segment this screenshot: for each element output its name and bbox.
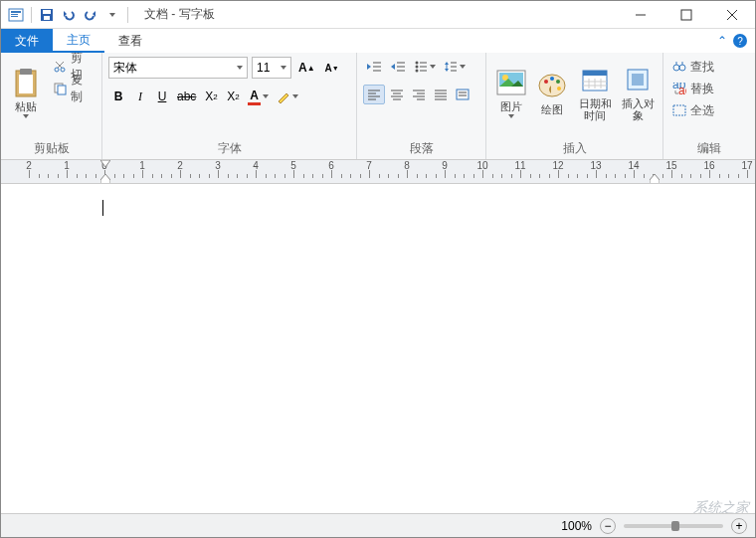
copy-label: 复制: [71, 72, 93, 105]
svg-text:ac: ac: [678, 84, 686, 94]
left-indent-marker[interactable]: [100, 174, 110, 184]
app-icon[interactable]: [7, 6, 25, 24]
first-line-indent-marker[interactable]: [100, 160, 110, 168]
help-button[interactable]: ?: [733, 34, 747, 48]
scissors-icon: [53, 60, 67, 74]
window-controls: [618, 1, 755, 29]
svg-point-59: [544, 80, 548, 84]
zoom-slider[interactable]: [624, 524, 723, 528]
align-left-button[interactable]: [363, 85, 385, 104]
undo-button[interactable]: [60, 6, 78, 24]
svg-rect-19: [58, 86, 66, 94]
justify-button[interactable]: [431, 85, 451, 104]
text-cursor: [102, 200, 103, 216]
separator: [127, 7, 128, 23]
font-size-value: 11: [257, 61, 270, 75]
chevron-down-icon: [237, 66, 243, 70]
paint-drawing-button[interactable]: 绘图: [533, 57, 570, 128]
select-all-button[interactable]: 全选: [669, 100, 717, 120]
object-icon: [622, 64, 654, 95]
group-label-paragraph: 段落: [363, 136, 479, 159]
datetime-button[interactable]: 日期和时间: [575, 57, 616, 128]
underline-button[interactable]: U: [152, 87, 172, 106]
svg-rect-2: [11, 14, 18, 15]
bold-button[interactable]: B: [108, 87, 128, 106]
calendar-icon: [579, 64, 611, 95]
svg-point-60: [550, 77, 554, 81]
ribbon-tabs: 文件 主页 查看 ⌃ ?: [1, 29, 755, 53]
paragraph-dialog-button[interactable]: [453, 85, 472, 104]
clipboard-icon: [10, 67, 42, 98]
highlight-button[interactable]: [274, 87, 301, 106]
tab-view[interactable]: 查看: [104, 29, 156, 53]
replace-icon: abac: [672, 83, 686, 94]
select-all-label: 全选: [690, 102, 714, 119]
insert-picture-button[interactable]: 图片: [492, 57, 529, 128]
select-all-icon: [672, 104, 686, 116]
grow-font-button[interactable]: A▲: [295, 58, 318, 78]
group-edit: 查找 abac 替换 全选 编辑: [663, 53, 755, 159]
insert-object-button[interactable]: 插入对象: [620, 57, 657, 128]
italic-button[interactable]: I: [130, 87, 150, 106]
svg-rect-5: [43, 10, 51, 14]
tab-file[interactable]: 文件: [1, 29, 53, 53]
subscript-button[interactable]: X2: [201, 87, 221, 106]
svg-rect-78: [673, 105, 685, 115]
svg-point-28: [416, 70, 419, 73]
collapse-ribbon-icon[interactable]: ⌃: [717, 34, 727, 48]
zoom-in-button[interactable]: +: [731, 518, 747, 534]
find-button[interactable]: 查找: [669, 57, 717, 77]
maximize-button[interactable]: [663, 1, 709, 29]
copy-button[interactable]: 复制: [50, 79, 95, 98]
chevron-down-icon: [281, 66, 286, 70]
svg-rect-64: [583, 71, 607, 76]
font-size-select[interactable]: 11: [252, 57, 291, 79]
ribbon: 粘贴 剪切 复制 剪贴板 宋体: [1, 53, 755, 160]
ruler[interactable]: 2101234567891011121314151617: [1, 160, 755, 184]
group-paragraph: 段落: [357, 53, 486, 159]
group-label-clipboard: 剪贴板: [7, 136, 95, 159]
palette-icon: [536, 70, 568, 101]
paint-label: 绘图: [541, 103, 563, 115]
align-right-button[interactable]: [409, 85, 429, 104]
paste-button[interactable]: 粘贴: [7, 57, 46, 128]
svg-point-72: [673, 65, 679, 71]
quick-access-toolbar: [1, 6, 136, 24]
redo-button[interactable]: [82, 6, 99, 24]
align-center-button[interactable]: [387, 85, 407, 104]
svg-point-62: [557, 87, 561, 90]
decrease-indent-button[interactable]: [363, 57, 385, 77]
save-button[interactable]: [38, 6, 56, 24]
document-area[interactable]: [1, 186, 755, 513]
replace-label: 替换: [690, 81, 714, 97]
svg-point-73: [679, 65, 685, 71]
copy-icon: [53, 82, 67, 95]
svg-rect-13: [19, 75, 33, 93]
font-color-button[interactable]: A: [245, 87, 272, 106]
font-name-value: 宋体: [113, 60, 137, 77]
superscript-button[interactable]: X2: [223, 87, 243, 106]
find-label: 查找: [690, 59, 714, 76]
binoculars-icon: [672, 61, 686, 73]
tab-home[interactable]: 主页: [53, 29, 104, 53]
datetime-label: 日期和时间: [575, 97, 616, 121]
bullets-button[interactable]: [411, 57, 439, 77]
shrink-font-button[interactable]: A▼: [322, 58, 342, 78]
qat-dropdown[interactable]: [103, 6, 121, 24]
svg-point-27: [416, 66, 419, 69]
zoom-thumb[interactable]: [671, 521, 679, 531]
close-button[interactable]: [709, 1, 755, 29]
font-name-select[interactable]: 宋体: [108, 57, 248, 79]
increase-indent-button[interactable]: [387, 57, 409, 77]
strikethrough-button[interactable]: abc: [174, 87, 199, 106]
svg-rect-71: [632, 74, 644, 86]
svg-rect-12: [20, 69, 32, 75]
svg-rect-3: [11, 16, 18, 17]
replace-button[interactable]: abac 替换: [669, 79, 717, 98]
group-label-font: 字体: [108, 136, 350, 159]
line-spacing-button[interactable]: [441, 57, 469, 77]
zoom-out-button[interactable]: −: [600, 518, 616, 534]
right-indent-marker[interactable]: [650, 174, 660, 184]
minimize-button[interactable]: [618, 1, 663, 29]
group-font: 宋体 11 A▲ A▼ B I U abc X2 X2 A: [102, 53, 357, 159]
